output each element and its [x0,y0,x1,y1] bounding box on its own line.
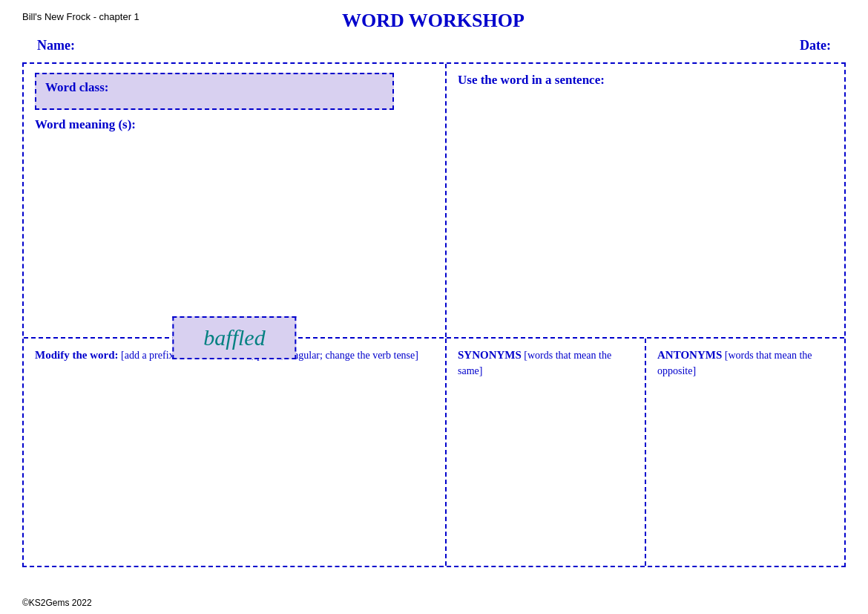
top-section: Word class: Word meaning (s): baffled Us… [24,64,844,339]
synonyms-label: SYNONYMS [words that mean the same] [458,347,634,379]
use-sentence-label: Use the word in a sentence: [458,73,605,87]
book-title: Bill's New Frock - chapter 1 [22,11,139,22]
word-class-box: Word class: [35,73,394,110]
modify-col: Modify the word: [add a prefix or a suff… [24,339,447,566]
right-top-panel: Use the word in a sentence: [447,64,844,337]
left-top-panel: Word class: Word meaning (s): baffled [24,64,447,337]
synonyms-bold: SYNONYMS [458,349,522,361]
antonyms-col: ANTONYMS [words that mean the opposite] [646,339,844,566]
top-bar: Bill's New Frock - chapter 1 WORD WORKSH… [22,11,846,32]
page: Bill's New Frock - chapter 1 WORD WORKSH… [0,0,868,614]
date-label: Date: [800,38,831,53]
word-class-label: Word class: [45,80,108,94]
name-date-row: Name: Date: [22,38,846,53]
name-label: Name: [37,38,75,53]
word-meaning-label: Word meaning (s): [35,117,434,132]
center-word-box: baffled [172,316,296,359]
antonyms-bold: ANTONYMS [657,349,722,361]
modify-bold: Modify the word: [35,349,119,361]
main-grid: Word class: Word meaning (s): baffled Us… [22,62,846,567]
copyright-text: ©KS2Gems 2022 [22,598,92,608]
bottom-section: Modify the word: [add a prefix or a suff… [24,339,844,566]
center-word-container: baffled [172,316,296,359]
page-title: WORD WORKSHOP [139,10,727,32]
center-word-text: baffled [203,325,265,350]
antonyms-label: ANTONYMS [words that mean the opposite] [657,347,833,379]
synonyms-col: SYNONYMS [words that mean the same] [447,339,646,566]
footer: ©KS2Gems 2022 [22,598,92,608]
